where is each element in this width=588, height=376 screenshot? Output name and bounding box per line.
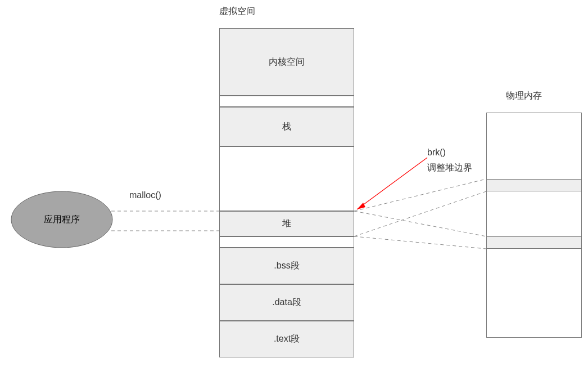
segment-kernel: 内核空间 <box>219 28 354 96</box>
segment-gap-2 <box>219 236 354 248</box>
segment-data-label: .data段 <box>272 297 301 308</box>
physical-memory-title: 物理内存 <box>506 90 542 102</box>
segment-text-label: .text段 <box>274 333 300 345</box>
physical-memory-frame <box>486 113 582 338</box>
map-line-4 <box>354 236 486 249</box>
app-label: 应用程序 <box>44 214 80 226</box>
segment-bss-label: .bss段 <box>274 260 299 272</box>
physical-slot-1 <box>486 179 582 191</box>
physical-memory-column <box>486 113 582 338</box>
map-line-1 <box>354 179 486 211</box>
brk-arrow-line <box>357 158 427 209</box>
segment-stack: 栈 <box>219 107 354 146</box>
map-line-2 <box>354 191 486 236</box>
map-line-3 <box>354 211 486 236</box>
brk-arrow-head <box>357 203 365 209</box>
segment-heap-label: 堆 <box>282 218 291 230</box>
segment-gap-1 <box>219 96 354 107</box>
segment-data: .data段 <box>219 284 354 321</box>
malloc-label: malloc() <box>129 190 161 200</box>
brk-label: brk() <box>427 147 446 158</box>
segment-kernel-label: 内核空间 <box>269 56 305 68</box>
segment-stack-label: 栈 <box>282 121 291 133</box>
brk-desc-label: 调整堆边界 <box>427 162 472 174</box>
segment-text: .text段 <box>219 321 354 357</box>
segment-heap: 堆 <box>219 211 354 236</box>
segment-growth-gap <box>219 146 354 211</box>
segment-bss: .bss段 <box>219 248 354 284</box>
physical-slot-2 <box>486 236 582 249</box>
virtual-space-title: 虚拟空间 <box>219 6 255 17</box>
